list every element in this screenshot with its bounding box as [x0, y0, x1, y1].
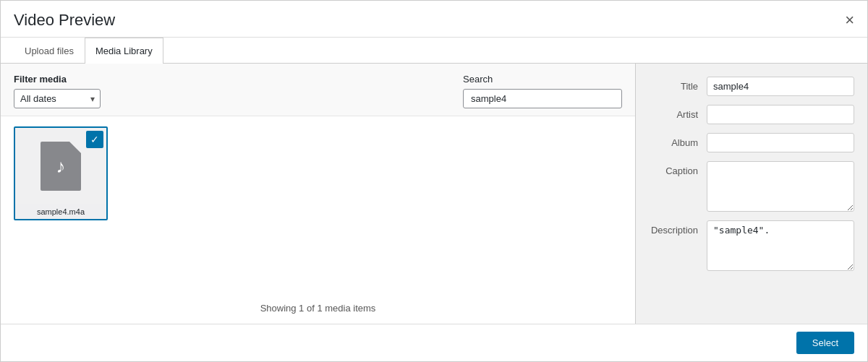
album-label: Album: [649, 133, 707, 148]
grid-items: ✓ ♪ sample4.m4a: [14, 126, 622, 220]
caption-row: Caption: [649, 161, 854, 212]
media-grid: ✓ ♪ sample4.m4a Showing 1 of 1 media ite…: [1, 116, 635, 324]
selected-check-badge: ✓: [86, 131, 103, 148]
modal-title: Video Preview: [14, 11, 115, 30]
date-filter-select[interactable]: All dates: [14, 89, 101, 108]
search-input[interactable]: [463, 89, 622, 108]
filter-left: Filter media All dates: [14, 74, 101, 108]
search-label: Search: [463, 74, 622, 85]
tab-upload-files[interactable]: Upload files: [14, 38, 85, 64]
close-button[interactable]: ×: [845, 12, 854, 28]
caption-label: Caption: [649, 161, 707, 176]
music-note-icon: ♪: [56, 155, 66, 178]
tab-media-library[interactable]: Media Library: [85, 38, 163, 64]
media-item[interactable]: ✓ ♪ sample4.m4a: [14, 126, 108, 220]
artist-row: Artist: [649, 105, 854, 124]
select-button[interactable]: Select: [796, 332, 854, 354]
description-label: Description: [649, 220, 707, 236]
description-row: Description "sample4".: [649, 220, 854, 271]
title-row: Title: [649, 77, 854, 96]
artist-input[interactable]: [707, 105, 854, 124]
media-filename: sample4.m4a: [15, 204, 106, 219]
modal-container: Video Preview × Upload files Media Libra…: [0, 0, 868, 362]
date-filter-wrapper: All dates: [14, 89, 101, 108]
album-row: Album: [649, 133, 854, 152]
caption-textarea[interactable]: [707, 161, 854, 212]
artist-label: Artist: [649, 105, 707, 120]
detail-sidebar: Title Artist Album Caption Description "…: [636, 64, 867, 324]
media-area: Filter media All dates Search: [1, 64, 636, 324]
title-input[interactable]: [707, 77, 854, 96]
modal-footer: Select: [1, 324, 867, 361]
showing-text: Showing 1 of 1 media items: [14, 291, 622, 314]
search-area: Search: [463, 74, 622, 108]
tabs-bar: Upload files Media Library: [1, 38, 867, 64]
title-label: Title: [649, 77, 707, 92]
music-file-icon: ♪: [41, 142, 81, 191]
modal-header: Video Preview ×: [1, 1, 867, 38]
filter-label: Filter media: [14, 74, 101, 85]
modal-body: Filter media All dates Search: [1, 64, 867, 324]
filter-bar: Filter media All dates Search: [1, 64, 635, 116]
album-input[interactable]: [707, 133, 854, 152]
description-textarea[interactable]: "sample4".: [707, 220, 854, 271]
